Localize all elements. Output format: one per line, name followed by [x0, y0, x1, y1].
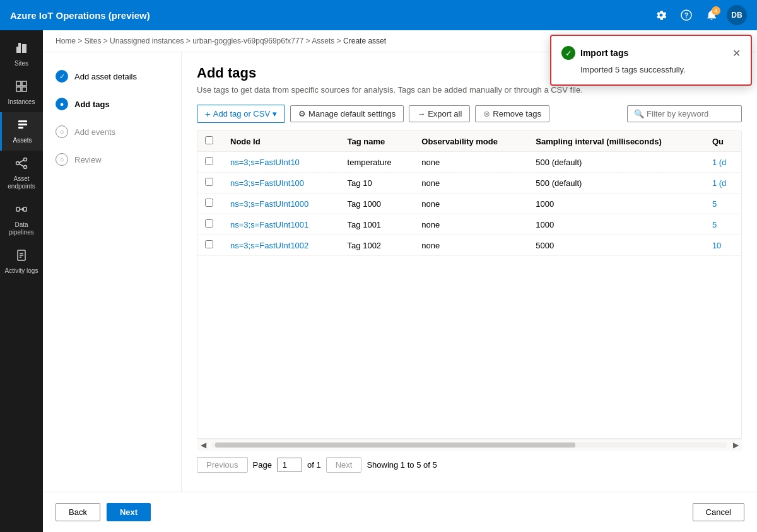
wizard-step-label-4: Review	[74, 155, 102, 165]
back-button[interactable]: Back	[56, 503, 100, 521]
svg-rect-11	[18, 127, 23, 129]
page-input[interactable]	[277, 458, 302, 472]
horizontal-scrollbar[interactable]: ◀ ▶	[197, 439, 742, 451]
breadcrumb-unassigned-instances[interactable]: Unassigned instances	[110, 37, 184, 45]
notification-title: Import tags	[580, 48, 727, 58]
node-id-link[interactable]: ns=3;s=FastUInt1002	[230, 241, 308, 250]
remove-tags-button[interactable]: ⊗ Remove tags	[475, 105, 549, 122]
wizard-step-label-2: Add tags	[74, 100, 110, 109]
notification-body: Imported 5 tags successfully.	[561, 65, 741, 74]
breadcrumb-sites[interactable]: Sites	[85, 37, 102, 45]
row-checkbox-cell	[197, 152, 223, 173]
row-node-id: ns=3;s=FastUInt1000	[223, 194, 340, 214]
wizard-step-add-tags[interactable]: ● Add tags	[53, 93, 171, 115]
instances-icon	[15, 80, 28, 96]
wizard-step-add-asset-details[interactable]: ✓ Add asset details	[53, 65, 171, 88]
svg-line-16	[20, 164, 24, 166]
row-tag-name: Tag 1000	[340, 194, 414, 214]
remove-icon: ⊗	[483, 109, 490, 119]
topbar: Azure IoT Operations (preview) ? 4 DB	[0, 0, 757, 30]
row-obs-mode: none	[414, 194, 528, 214]
sidebar-item-data-pipelines-label: Data pipelines	[3, 221, 40, 236]
row-obs-mode: none	[414, 235, 528, 256]
svg-rect-3	[22, 44, 26, 53]
settings-button[interactable]	[651, 5, 671, 25]
row-sampling: 500 (default)	[528, 173, 705, 194]
sidebar-item-sites-label: Sites	[15, 60, 28, 67]
topbar-icons: ? 4 DB	[651, 5, 747, 25]
row-sampling: 1000	[528, 214, 705, 235]
chevron-down-icon: ▾	[273, 109, 277, 119]
export-all-button[interactable]: → Export all	[409, 105, 470, 122]
sidebar-item-instances[interactable]: Instances	[0, 74, 43, 112]
node-id-link[interactable]: ns=3;s=FastUInt1000	[230, 199, 308, 209]
sidebar-item-activity-logs[interactable]: Activity logs	[0, 243, 43, 281]
svg-rect-5	[16, 81, 21, 86]
filter-input-wrapper[interactable]: 🔍	[627, 105, 742, 122]
row-checkbox-0[interactable]	[205, 157, 213, 165]
sidebar-item-sites[interactable]: Sites	[0, 35, 43, 74]
export-icon: →	[417, 109, 425, 119]
svg-point-14	[24, 166, 27, 169]
table-row: ns=3;s=FastUInt100 Tag 10 none 500 (defa…	[197, 173, 741, 194]
panel-description: Use tags to get data from specific sourc…	[197, 85, 742, 95]
select-all-checkbox[interactable]	[205, 136, 213, 144]
wizard-step-label-1: Add asset details	[74, 72, 137, 81]
row-checkbox-1[interactable]	[205, 178, 213, 186]
sidebar-item-data-pipelines[interactable]: Data pipelines	[0, 197, 43, 243]
notification-close-button[interactable]: ✕	[732, 47, 741, 59]
next-button[interactable]: Next	[326, 457, 362, 473]
table-row: ns=3;s=FastUInt1002 Tag 1002 none 5000 1…	[197, 235, 741, 256]
svg-point-12	[16, 162, 20, 165]
plus-icon: +	[205, 108, 211, 119]
notifications-button[interactable]: 4	[701, 5, 722, 25]
node-id-link[interactable]: ns=3;s=FastUInt100	[230, 178, 304, 188]
notification-header: ✓ Import tags ✕	[561, 46, 741, 60]
page-label: Page	[253, 460, 272, 470]
breadcrumb-home[interactable]: Home	[56, 37, 76, 45]
next-button-bottom[interactable]: Next	[107, 503, 151, 521]
row-node-id: ns=3;s=FastUInt1002	[223, 235, 340, 256]
page-of-label: of 1	[307, 460, 321, 470]
row-checkbox-3[interactable]	[205, 219, 213, 228]
sidebar-item-asset-endpoints[interactable]: Asset endpoints	[0, 151, 43, 197]
row-qu: 1 (d	[705, 173, 741, 194]
scroll-left-arrow[interactable]: ◀	[197, 441, 209, 449]
add-tag-csv-button[interactable]: + Add tag or CSV ▾	[197, 105, 285, 123]
user-avatar[interactable]: DB	[727, 5, 747, 25]
row-node-id: ns=3;s=FastUInt10	[223, 152, 340, 173]
row-tag-name: Tag 1002	[340, 235, 414, 256]
row-tag-name: Tag 1001	[340, 214, 414, 235]
breadcrumb-assets[interactable]: Assets	[312, 37, 334, 45]
scroll-right-arrow[interactable]: ▶	[729, 441, 742, 449]
row-checkbox-2[interactable]	[205, 199, 213, 207]
svg-rect-9	[18, 120, 27, 122]
node-id-link[interactable]: ns=3;s=FastUInt1001	[230, 220, 308, 229]
sidebar-item-activity-logs-label: Activity logs	[5, 267, 38, 275]
bottom-bar: Back Next Cancel	[43, 492, 757, 532]
previous-button[interactable]: Previous	[197, 457, 248, 473]
breadcrumb-device[interactable]: urban-goggles-v69pq969p6fx777	[192, 37, 303, 45]
pagination: Previous Page of 1 Next Showing 1 to 5 o…	[197, 451, 742, 479]
notification-popup: ✓ Import tags ✕ Imported 5 tags successf…	[550, 35, 752, 86]
main-panel: Add tags Use tags to get data from speci…	[182, 52, 757, 492]
sidebar-item-assets[interactable]: Assets	[0, 112, 43, 151]
node-id-link[interactable]: ns=3;s=FastUInt10	[230, 158, 300, 167]
step-circle-inactive-1: ○	[56, 125, 68, 138]
row-checkbox-4[interactable]	[205, 240, 213, 248]
table-container[interactable]: Node Id Tag name Observability mode Samp…	[197, 130, 742, 439]
row-obs-mode: none	[414, 152, 528, 173]
wizard-step-review[interactable]: ○ Review	[53, 148, 171, 171]
manage-default-settings-button[interactable]: ⚙ Manage default settings	[290, 105, 404, 122]
filter-input[interactable]	[647, 109, 735, 119]
sites-icon	[15, 42, 28, 57]
sidebar-item-assets-label: Assets	[13, 137, 32, 144]
svg-rect-2	[16, 47, 21, 53]
wizard-step-add-events[interactable]: ○ Add events	[53, 120, 171, 143]
row-sampling: 1000	[528, 194, 705, 214]
content-area: Home > Sites > Unassigned instances > ur…	[43, 30, 757, 532]
row-qu: 1 (d	[705, 152, 741, 173]
cancel-button[interactable]: Cancel	[693, 503, 744, 521]
tags-table: Node Id Tag name Observability mode Samp…	[197, 131, 741, 256]
help-button[interactable]: ?	[676, 5, 696, 25]
